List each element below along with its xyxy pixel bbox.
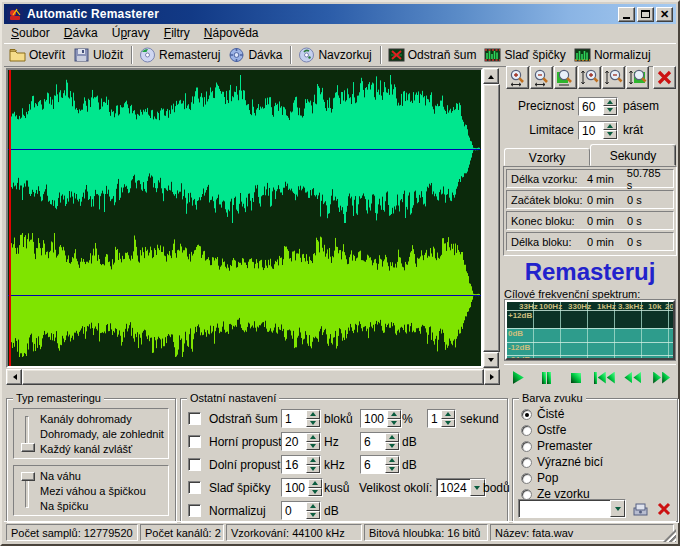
zoom-out-vertical-button[interactable] [602, 66, 625, 89]
lowpass-checkbox[interactable] [188, 458, 201, 471]
channel-mode-slider[interactable] [25, 416, 29, 451]
area-size-combobox[interactable]: 1024 [436, 478, 486, 497]
sample-combobox[interactable] [518, 499, 626, 518]
target-spectrum-display[interactable]: 33Hz 100Hz 330Hz 1kHz 3.3kHz 10k 20 +12d… [505, 300, 675, 360]
denoise-blocks-spinner[interactable]: 1 [281, 409, 321, 428]
stop-icon [571, 373, 581, 383]
minimize-button[interactable] [618, 7, 635, 22]
tab-vzorky[interactable]: Vzorky [504, 148, 590, 166]
normalize-db-spinner[interactable]: 0 [281, 501, 321, 520]
menu-upravy[interactable]: Úpravy [105, 24, 157, 42]
batch-button[interactable]: Dávka [225, 45, 287, 65]
menu-filtry[interactable]: Filtry [157, 24, 197, 42]
tab-sekundy[interactable]: Sekundy [590, 144, 676, 166]
menu-napoveda[interactable]: Nápověda [197, 24, 266, 42]
denoise-seconds-spinner[interactable]: 1 [427, 409, 456, 428]
lowpass-freq-spinner[interactable]: 16 [281, 455, 321, 474]
play-button[interactable] [506, 369, 530, 387]
spin-down-button[interactable] [603, 106, 617, 115]
app-icon [7, 7, 23, 22]
toolbar-separator [131, 46, 133, 64]
combo-arrow-icon[interactable] [610, 500, 625, 517]
radio-icon[interactable] [521, 473, 532, 484]
radio-pop[interactable]: Pop [521, 470, 558, 486]
denoise-percent-spinner[interactable]: 100 [360, 409, 402, 428]
radio-vyrazne-bici[interactable]: Výrazné bicí [521, 454, 603, 470]
close-view-button[interactable] [653, 66, 676, 89]
precision-spinner[interactable]: 60 [578, 97, 618, 116]
radio-ciste[interactable]: Čisté [521, 406, 564, 422]
weight-mode-slider[interactable] [25, 473, 29, 508]
peaks-count-spinner[interactable]: 100 [281, 478, 323, 497]
scroll-left-button[interactable] [6, 369, 22, 385]
rewind-button[interactable] [621, 369, 645, 387]
zoom-fit-vertical-button[interactable] [626, 66, 649, 89]
radio-premaster[interactable]: Premaster [521, 438, 592, 454]
folder-icon [9, 47, 26, 63]
limit-spinner[interactable]: 10 [578, 121, 618, 140]
menu-davka[interactable]: Dávka [57, 24, 105, 42]
maximize-button[interactable] [637, 7, 654, 22]
save-sample-button[interactable] [632, 501, 650, 517]
horizontal-scroll-thumb[interactable] [22, 369, 484, 385]
spin-up-button[interactable] [603, 98, 617, 107]
spin-down-button[interactable] [603, 130, 617, 139]
highpass-freq-spinner[interactable]: 20 [281, 432, 321, 451]
radio-ostre[interactable]: Ostře [521, 422, 566, 438]
denoise-checkbox[interactable] [188, 412, 201, 425]
stop-button[interactable] [564, 369, 588, 387]
waveform-canvas[interactable] [8, 70, 481, 366]
resample-button[interactable]: Navzorkuj [295, 45, 376, 65]
normalize-button[interactable]: Normalizuj [571, 45, 656, 65]
close-button[interactable]: ✕ [656, 7, 673, 22]
delete-sample-button[interactable] [656, 501, 672, 517]
zoom-fit-vertical-icon [628, 68, 647, 87]
highpass-checkbox[interactable] [188, 435, 201, 448]
normalize-checkbox[interactable] [188, 504, 201, 517]
radio-icon[interactable] [521, 409, 532, 420]
remaster-type-title: Typ remasteringu [13, 392, 104, 404]
peaks-icon [484, 47, 501, 63]
radio-icon[interactable] [521, 489, 532, 500]
precision-row: Preciznost 60 pásem [502, 96, 678, 116]
highpass-db-spinner[interactable]: 6 [360, 432, 400, 451]
vertical-scrollbar[interactable] [483, 68, 500, 368]
skip-start-button[interactable] [592, 369, 616, 387]
waveform-display[interactable] [6, 68, 483, 368]
radio-icon[interactable] [521, 457, 532, 468]
zoom-fit-horizontal-button[interactable] [554, 66, 577, 89]
peaks-checkbox[interactable] [188, 481, 201, 494]
menu-soubor[interactable]: Soubor [4, 24, 57, 42]
remaster-big-button[interactable]: Remasteruj [502, 258, 678, 286]
spin-up-button[interactable] [603, 122, 617, 131]
pause-icon [547, 372, 551, 384]
radio-icon[interactable] [521, 425, 532, 436]
forward-button[interactable] [650, 369, 674, 387]
channel-mode-box: Kanály dohromady Dohromady, ale zohledni… [13, 408, 169, 459]
zoom-out-horizontal-button[interactable] [530, 66, 553, 89]
zoom-in-vertical-icon [580, 68, 599, 87]
arrow-up-icon [488, 72, 494, 79]
slider-thumb[interactable] [21, 472, 35, 481]
horizontal-scrollbar[interactable] [6, 369, 500, 385]
zoom-in-vertical-button[interactable] [578, 66, 601, 89]
scroll-right-button[interactable] [484, 369, 500, 385]
zoom-in-horizontal-button[interactable] [506, 66, 529, 89]
remaster-button[interactable]: Remasteruj [136, 45, 225, 65]
scroll-down-button[interactable] [483, 352, 499, 368]
lowpass-db-spinner[interactable]: 6 [360, 455, 400, 474]
remaster-icon [139, 47, 156, 63]
batch-gear-icon [228, 47, 245, 63]
open-button[interactable]: Otevřít [6, 45, 70, 65]
peaks-button[interactable]: Slaď špičky [481, 45, 570, 65]
pause-button[interactable] [535, 369, 559, 387]
vertical-scroll-thumb[interactable] [483, 84, 500, 352]
denoise-button[interactable]: Odstraň šum [385, 45, 482, 65]
radio-icon[interactable] [521, 441, 532, 452]
slider-thumb[interactable] [21, 443, 35, 452]
save-button[interactable]: Uložit [70, 45, 128, 65]
block-start-row: Začátek bloku: 0 min 0 s [506, 190, 674, 209]
scroll-up-button[interactable] [483, 68, 499, 84]
status-samplerate: Vzorkování: 44100 kHz [226, 524, 362, 541]
minimize-icon [623, 17, 630, 19]
